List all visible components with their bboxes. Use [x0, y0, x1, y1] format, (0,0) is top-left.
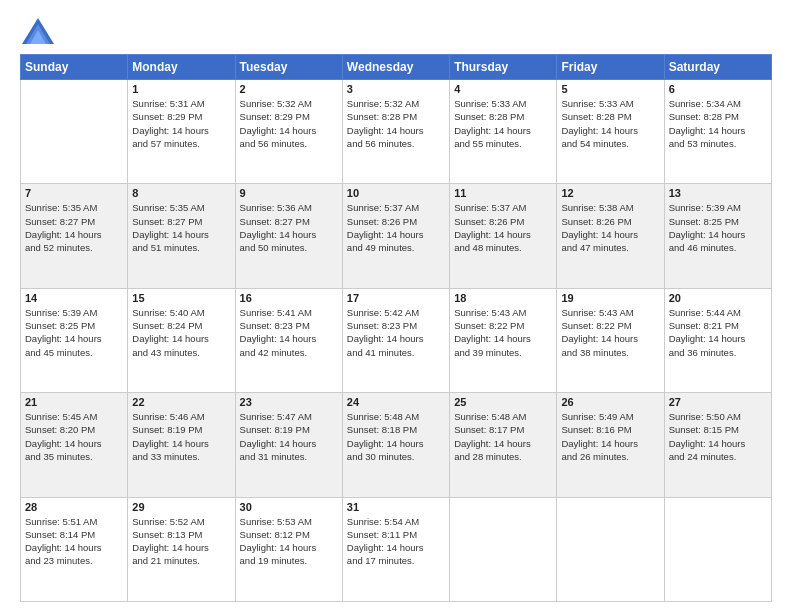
day-number: 10 — [347, 187, 445, 199]
calendar-cell: 1Sunrise: 5:31 AM Sunset: 8:29 PM Daylig… — [128, 80, 235, 184]
calendar-week-row: 28Sunrise: 5:51 AM Sunset: 8:14 PM Dayli… — [21, 497, 772, 601]
calendar-cell: 30Sunrise: 5:53 AM Sunset: 8:12 PM Dayli… — [235, 497, 342, 601]
calendar-header-friday: Friday — [557, 55, 664, 80]
day-number: 19 — [561, 292, 659, 304]
day-detail: Sunrise: 5:52 AM Sunset: 8:13 PM Dayligh… — [132, 515, 230, 568]
day-detail: Sunrise: 5:41 AM Sunset: 8:23 PM Dayligh… — [240, 306, 338, 359]
day-detail: Sunrise: 5:31 AM Sunset: 8:29 PM Dayligh… — [132, 97, 230, 150]
calendar-cell: 25Sunrise: 5:48 AM Sunset: 8:17 PM Dayli… — [450, 393, 557, 497]
calendar-cell: 29Sunrise: 5:52 AM Sunset: 8:13 PM Dayli… — [128, 497, 235, 601]
calendar-cell: 18Sunrise: 5:43 AM Sunset: 8:22 PM Dayli… — [450, 288, 557, 392]
day-number: 24 — [347, 396, 445, 408]
calendar-cell: 14Sunrise: 5:39 AM Sunset: 8:25 PM Dayli… — [21, 288, 128, 392]
day-number: 17 — [347, 292, 445, 304]
calendar-week-row: 1Sunrise: 5:31 AM Sunset: 8:29 PM Daylig… — [21, 80, 772, 184]
calendar-cell: 22Sunrise: 5:46 AM Sunset: 8:19 PM Dayli… — [128, 393, 235, 497]
day-number: 7 — [25, 187, 123, 199]
calendar-header-thursday: Thursday — [450, 55, 557, 80]
day-detail: Sunrise: 5:38 AM Sunset: 8:26 PM Dayligh… — [561, 201, 659, 254]
day-detail: Sunrise: 5:43 AM Sunset: 8:22 PM Dayligh… — [561, 306, 659, 359]
calendar-week-row: 14Sunrise: 5:39 AM Sunset: 8:25 PM Dayli… — [21, 288, 772, 392]
calendar-cell: 26Sunrise: 5:49 AM Sunset: 8:16 PM Dayli… — [557, 393, 664, 497]
day-number: 1 — [132, 83, 230, 95]
calendar-cell: 11Sunrise: 5:37 AM Sunset: 8:26 PM Dayli… — [450, 184, 557, 288]
day-number: 9 — [240, 187, 338, 199]
calendar-cell: 7Sunrise: 5:35 AM Sunset: 8:27 PM Daylig… — [21, 184, 128, 288]
day-number: 11 — [454, 187, 552, 199]
day-number: 15 — [132, 292, 230, 304]
calendar-header-monday: Monday — [128, 55, 235, 80]
day-number: 6 — [669, 83, 767, 95]
day-detail: Sunrise: 5:51 AM Sunset: 8:14 PM Dayligh… — [25, 515, 123, 568]
day-number: 13 — [669, 187, 767, 199]
day-number: 21 — [25, 396, 123, 408]
calendar-cell: 4Sunrise: 5:33 AM Sunset: 8:28 PM Daylig… — [450, 80, 557, 184]
day-number: 20 — [669, 292, 767, 304]
day-number: 4 — [454, 83, 552, 95]
calendar-cell — [557, 497, 664, 601]
day-number: 12 — [561, 187, 659, 199]
day-detail: Sunrise: 5:49 AM Sunset: 8:16 PM Dayligh… — [561, 410, 659, 463]
day-number: 26 — [561, 396, 659, 408]
day-detail: Sunrise: 5:46 AM Sunset: 8:19 PM Dayligh… — [132, 410, 230, 463]
day-detail: Sunrise: 5:34 AM Sunset: 8:28 PM Dayligh… — [669, 97, 767, 150]
day-detail: Sunrise: 5:37 AM Sunset: 8:26 PM Dayligh… — [347, 201, 445, 254]
day-number: 18 — [454, 292, 552, 304]
day-number: 22 — [132, 396, 230, 408]
page: SundayMondayTuesdayWednesdayThursdayFrid… — [0, 0, 792, 612]
day-detail: Sunrise: 5:45 AM Sunset: 8:20 PM Dayligh… — [25, 410, 123, 463]
day-number: 25 — [454, 396, 552, 408]
day-detail: Sunrise: 5:42 AM Sunset: 8:23 PM Dayligh… — [347, 306, 445, 359]
calendar-header-wednesday: Wednesday — [342, 55, 449, 80]
calendar-cell: 12Sunrise: 5:38 AM Sunset: 8:26 PM Dayli… — [557, 184, 664, 288]
day-detail: Sunrise: 5:35 AM Sunset: 8:27 PM Dayligh… — [25, 201, 123, 254]
logo — [20, 16, 60, 46]
day-number: 27 — [669, 396, 767, 408]
day-number: 5 — [561, 83, 659, 95]
day-detail: Sunrise: 5:37 AM Sunset: 8:26 PM Dayligh… — [454, 201, 552, 254]
day-detail: Sunrise: 5:40 AM Sunset: 8:24 PM Dayligh… — [132, 306, 230, 359]
calendar-cell — [21, 80, 128, 184]
day-number: 31 — [347, 501, 445, 513]
calendar-cell: 24Sunrise: 5:48 AM Sunset: 8:18 PM Dayli… — [342, 393, 449, 497]
day-number: 23 — [240, 396, 338, 408]
calendar-cell: 8Sunrise: 5:35 AM Sunset: 8:27 PM Daylig… — [128, 184, 235, 288]
calendar-header-saturday: Saturday — [664, 55, 771, 80]
calendar-cell: 20Sunrise: 5:44 AM Sunset: 8:21 PM Dayli… — [664, 288, 771, 392]
calendar-cell: 21Sunrise: 5:45 AM Sunset: 8:20 PM Dayli… — [21, 393, 128, 497]
header — [20, 16, 772, 46]
calendar-cell: 13Sunrise: 5:39 AM Sunset: 8:25 PM Dayli… — [664, 184, 771, 288]
day-number: 16 — [240, 292, 338, 304]
calendar-cell — [450, 497, 557, 601]
calendar-cell: 17Sunrise: 5:42 AM Sunset: 8:23 PM Dayli… — [342, 288, 449, 392]
calendar-header-row: SundayMondayTuesdayWednesdayThursdayFrid… — [21, 55, 772, 80]
day-number: 28 — [25, 501, 123, 513]
calendar-cell: 15Sunrise: 5:40 AM Sunset: 8:24 PM Dayli… — [128, 288, 235, 392]
day-number: 3 — [347, 83, 445, 95]
day-detail: Sunrise: 5:35 AM Sunset: 8:27 PM Dayligh… — [132, 201, 230, 254]
calendar-cell: 9Sunrise: 5:36 AM Sunset: 8:27 PM Daylig… — [235, 184, 342, 288]
day-detail: Sunrise: 5:48 AM Sunset: 8:17 PM Dayligh… — [454, 410, 552, 463]
day-number: 8 — [132, 187, 230, 199]
day-detail: Sunrise: 5:32 AM Sunset: 8:29 PM Dayligh… — [240, 97, 338, 150]
day-detail: Sunrise: 5:33 AM Sunset: 8:28 PM Dayligh… — [561, 97, 659, 150]
calendar-header-sunday: Sunday — [21, 55, 128, 80]
calendar-week-row: 21Sunrise: 5:45 AM Sunset: 8:20 PM Dayli… — [21, 393, 772, 497]
calendar-cell: 16Sunrise: 5:41 AM Sunset: 8:23 PM Dayli… — [235, 288, 342, 392]
day-detail: Sunrise: 5:44 AM Sunset: 8:21 PM Dayligh… — [669, 306, 767, 359]
calendar-week-row: 7Sunrise: 5:35 AM Sunset: 8:27 PM Daylig… — [21, 184, 772, 288]
day-detail: Sunrise: 5:39 AM Sunset: 8:25 PM Dayligh… — [25, 306, 123, 359]
day-number: 2 — [240, 83, 338, 95]
calendar-cell: 10Sunrise: 5:37 AM Sunset: 8:26 PM Dayli… — [342, 184, 449, 288]
calendar-cell: 5Sunrise: 5:33 AM Sunset: 8:28 PM Daylig… — [557, 80, 664, 184]
day-detail: Sunrise: 5:43 AM Sunset: 8:22 PM Dayligh… — [454, 306, 552, 359]
day-detail: Sunrise: 5:47 AM Sunset: 8:19 PM Dayligh… — [240, 410, 338, 463]
calendar-cell: 28Sunrise: 5:51 AM Sunset: 8:14 PM Dayli… — [21, 497, 128, 601]
day-number: 30 — [240, 501, 338, 513]
day-number: 29 — [132, 501, 230, 513]
day-detail: Sunrise: 5:53 AM Sunset: 8:12 PM Dayligh… — [240, 515, 338, 568]
calendar-cell: 23Sunrise: 5:47 AM Sunset: 8:19 PM Dayli… — [235, 393, 342, 497]
day-detail: Sunrise: 5:36 AM Sunset: 8:27 PM Dayligh… — [240, 201, 338, 254]
calendar-table: SundayMondayTuesdayWednesdayThursdayFrid… — [20, 54, 772, 602]
day-detail: Sunrise: 5:33 AM Sunset: 8:28 PM Dayligh… — [454, 97, 552, 150]
